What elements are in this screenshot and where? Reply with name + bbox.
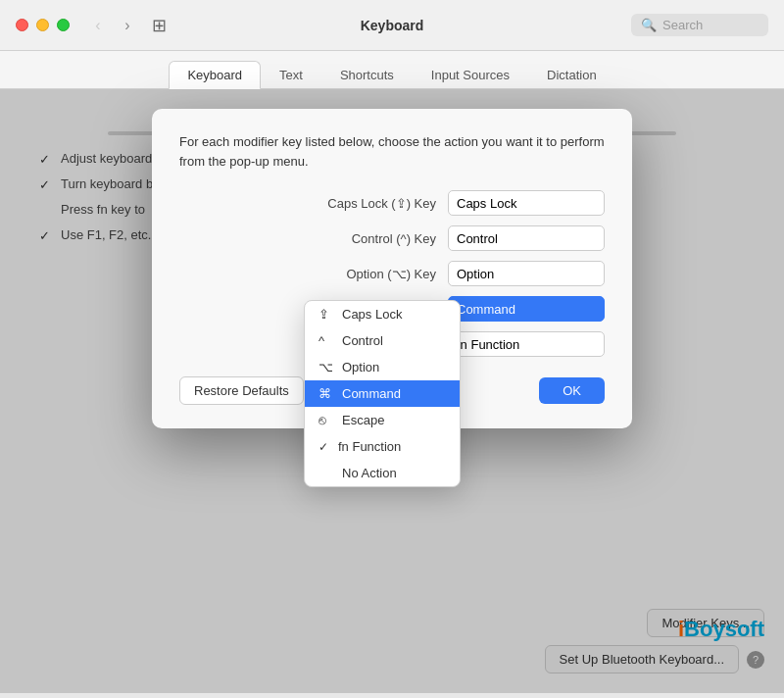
search-placeholder: Search — [662, 18, 703, 32]
dropdown-item-label-0: Caps Lock — [342, 307, 402, 322]
ok-button[interactable]: OK — [539, 377, 605, 404]
modifier-dropdown-0[interactable]: Caps Lock — [448, 190, 605, 216]
tab-dictation[interactable]: Dictation — [528, 61, 615, 89]
search-bar[interactable]: 🔍 Search — [631, 14, 768, 36]
dropdown-item-label-2: Option — [342, 360, 379, 374]
close-button[interactable] — [16, 19, 28, 31]
tab-text[interactable]: Text — [261, 61, 321, 89]
command-icon: ⌘ — [318, 386, 334, 401]
modifier-row-1: Control (^) Key Control — [179, 225, 605, 251]
dropdown-item-label-5: fn Function — [338, 439, 401, 454]
dropdown-item-caps-lock[interactable]: ⇪ Caps Lock — [305, 301, 460, 327]
dropdown-menu: ⇪ Caps Lock ^ Control ⌥ Option ⌘ Command… — [304, 300, 461, 487]
dropdown-item-label-6: No Action — [342, 466, 397, 480]
restore-defaults-button[interactable]: Restore Defaults — [179, 376, 304, 405]
caps-lock-icon: ⇪ — [318, 307, 334, 322]
modifier-value-4: fn Function — [457, 337, 519, 352]
modifier-label-2: Option (⌥) Key — [179, 267, 436, 281]
dropdown-item-option[interactable]: ⌥ Option — [305, 354, 460, 380]
grid-icon: ⊞ — [152, 15, 167, 36]
dropdown-item-label-1: Control — [342, 333, 383, 348]
dropdown-item-fn-function[interactable]: ✓ fn Function — [305, 433, 460, 460]
traffic-lights — [16, 19, 70, 31]
modal-description: For each modifier key listed below, choo… — [179, 132, 605, 171]
control-icon: ^ — [318, 333, 334, 348]
escape-icon: ⎋ — [318, 413, 334, 427]
modifier-dropdown-3[interactable]: Command — [448, 296, 605, 322]
modifier-row-2: Option (⌥) Key Option — [179, 261, 605, 286]
dropdown-item-control[interactable]: ^ Control — [305, 327, 460, 354]
nav-buttons: ‹ › — [85, 13, 140, 38]
modifier-value-2: Option — [457, 267, 494, 281]
modifier-dropdown-1[interactable]: Control — [448, 225, 605, 251]
window-title: Keyboard — [361, 18, 424, 33]
modifier-value-3: Command — [457, 302, 515, 317]
tab-keyboard[interactable]: Keyboard — [169, 61, 261, 89]
maximize-button[interactable] — [57, 19, 70, 31]
content-area: Key Repeat Delay Until Repeat ✓ Adjust k… — [0, 89, 784, 693]
dropdown-item-escape[interactable]: ⎋ Escape — [305, 407, 460, 433]
title-bar: ‹ › ⊞ Keyboard 🔍 Search — [0, 0, 784, 51]
dropdown-item-label-3: Command — [342, 386, 401, 401]
dropdown-item-label-4: Escape — [342, 413, 384, 427]
modifier-value-1: Control — [457, 231, 498, 246]
forward-button[interactable]: › — [115, 13, 140, 38]
modifier-dropdown-2[interactable]: Option — [448, 261, 605, 286]
modifier-label-1: Control (^) Key — [179, 231, 436, 246]
dropdown-item-command[interactable]: ⌘ Command — [305, 380, 460, 407]
tab-bar: Keyboard Text Shortcuts Input Sources Di… — [0, 51, 784, 89]
option-icon: ⌥ — [318, 360, 334, 374]
search-icon: 🔍 — [641, 18, 657, 32]
modifier-value-0: Caps Lock — [457, 196, 516, 211]
modifier-dropdown-4[interactable]: fn Function — [448, 331, 605, 357]
modifier-label-0: Caps Lock (⇪) Key — [179, 196, 436, 211]
tab-input-sources[interactable]: Input Sources — [413, 61, 528, 89]
fn-check-icon: ✓ — [318, 440, 328, 454]
modifier-row-0: Caps Lock (⇪) Key Caps Lock — [179, 190, 605, 216]
back-button[interactable]: ‹ — [85, 13, 111, 38]
dropdown-item-no-action[interactable]: No Action — [305, 460, 460, 486]
tab-shortcuts[interactable]: Shortcuts — [321, 61, 413, 89]
minimize-button[interactable] — [36, 19, 49, 31]
